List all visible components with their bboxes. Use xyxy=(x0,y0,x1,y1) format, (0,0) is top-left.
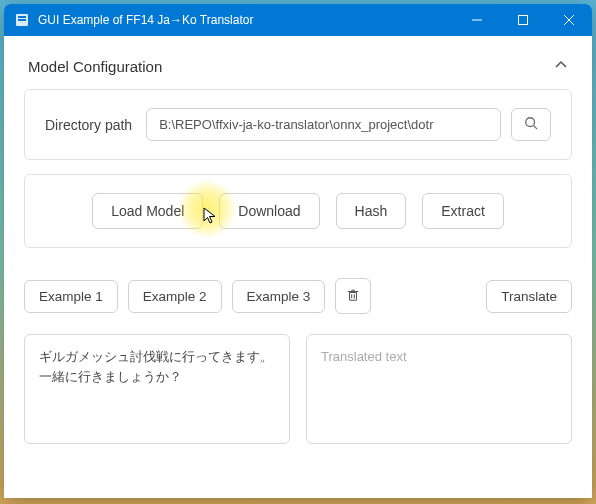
app-window: GUI Example of FF14 Ja→Ko Translator Mod… xyxy=(4,4,592,498)
chevron-up-icon[interactable] xyxy=(554,58,568,75)
text-io-row xyxy=(24,334,572,444)
svg-rect-9 xyxy=(350,292,357,300)
directory-path-label: Directory path xyxy=(45,117,132,133)
translate-button[interactable]: Translate xyxy=(486,280,572,313)
extract-button[interactable]: Extract xyxy=(422,193,504,229)
model-actions-box: Load Model Download Hash Extract xyxy=(24,174,572,248)
download-button[interactable]: Download xyxy=(219,193,319,229)
svg-rect-2 xyxy=(18,19,26,21)
example-1-button[interactable]: Example 1 xyxy=(24,280,118,313)
svg-point-7 xyxy=(526,118,535,127)
close-button[interactable] xyxy=(546,4,592,36)
config-section-header[interactable]: Model Configuration xyxy=(24,52,572,89)
config-section-title: Model Configuration xyxy=(28,58,162,75)
titlebar: GUI Example of FF14 Ja→Ko Translator xyxy=(4,4,592,36)
window-controls xyxy=(454,4,592,36)
cursor-icon xyxy=(203,207,221,229)
window-title: GUI Example of FF14 Ja→Ko Translator xyxy=(38,13,454,27)
hash-button[interactable]: Hash xyxy=(336,193,407,229)
maximize-button[interactable] xyxy=(500,4,546,36)
svg-line-8 xyxy=(534,126,538,130)
example-2-button[interactable]: Example 2 xyxy=(128,280,222,313)
search-icon xyxy=(524,116,538,133)
svg-rect-1 xyxy=(18,16,26,18)
clear-button[interactable] xyxy=(335,278,371,314)
minimize-button[interactable] xyxy=(454,4,500,36)
app-icon xyxy=(14,12,30,28)
directory-path-input[interactable] xyxy=(146,108,501,141)
trash-icon xyxy=(346,288,360,305)
browse-button[interactable] xyxy=(511,108,551,141)
source-text-input[interactable] xyxy=(24,334,290,444)
svg-rect-4 xyxy=(519,16,528,25)
examples-row: Example 1 Example 2 Example 3 Translate xyxy=(24,278,572,314)
example-3-button[interactable]: Example 3 xyxy=(232,280,326,313)
load-model-button[interactable]: Load Model xyxy=(92,193,203,229)
content-area: Model Configuration Directory path xyxy=(4,36,592,460)
directory-config-box: Directory path xyxy=(24,89,572,160)
translated-text-output[interactable] xyxy=(306,334,572,444)
